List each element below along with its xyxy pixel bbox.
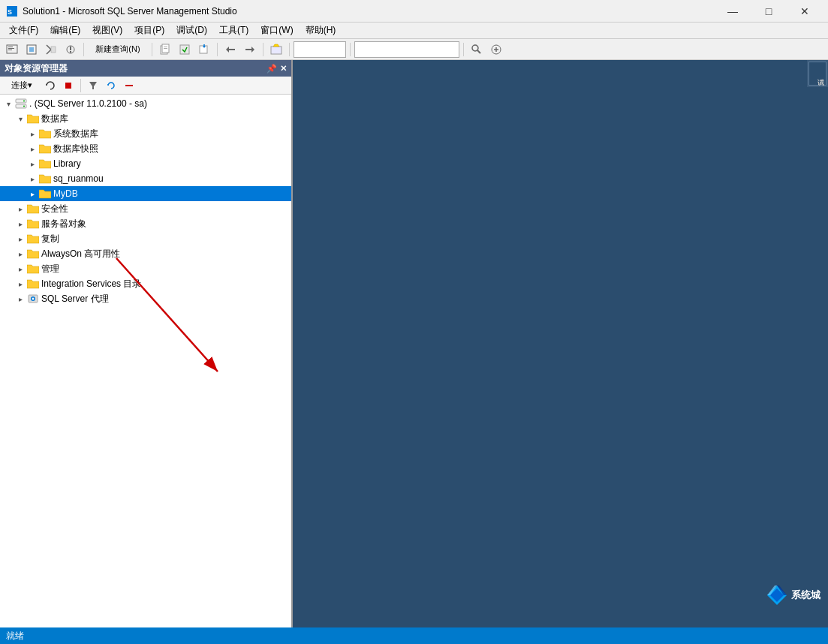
toolbar-btn-12[interactable] [487, 41, 505, 58]
server-icon [15, 98, 27, 110]
status-bar: 就绪 [0, 627, 828, 644]
menu-edit[interactable]: 编辑(E) [44, 23, 86, 38]
stop-button[interactable] [60, 78, 77, 93]
tree-sys-db[interactable]: ▸ 系统数据库 [0, 126, 291, 141]
tree-integration[interactable]: ▸ Integration Services 目录 [0, 276, 291, 291]
toolbar-input-2[interactable] [354, 41, 459, 58]
svg-marker-39 [39, 160, 51, 168]
server-node[interactable]: ▾ . (SQL Server 11.0.2100 - sa) [0, 96, 291, 111]
panel-header: 对象资源管理器 📌 ✕ [0, 60, 291, 77]
tree-alwayson[interactable]: ▸ AlwaysOn 高可用性 [0, 246, 291, 261]
svg-rect-10 [70, 47, 71, 50]
expand-server-obj[interactable]: ▸ [15, 218, 26, 229]
collapse-button[interactable] [121, 78, 137, 93]
filter-button[interactable] [85, 78, 101, 93]
toolbar-btn-8[interactable] [221, 41, 239, 58]
tree-sql-agent[interactable]: ▸ SQL Server 代理 [0, 291, 291, 306]
expand-security[interactable]: ▸ [15, 203, 26, 214]
expand-sq[interactable]: ▸ [27, 173, 38, 184]
pin-icon[interactable]: 📌 [266, 64, 277, 74]
svg-marker-37 [39, 130, 51, 138]
svg-rect-8 [51, 47, 56, 53]
tree-sq-ruanmou[interactable]: ▸ sq_ruanmou [0, 171, 291, 186]
menu-project[interactable]: 项目(P) [128, 23, 170, 38]
expand-management[interactable]: ▸ [15, 263, 26, 274]
close-panel-icon[interactable]: ✕ [280, 64, 287, 74]
menu-file[interactable]: 文件(F) [3, 23, 44, 38]
tree-databases[interactable]: ▾ 数据库 [0, 111, 291, 126]
close-button[interactable]: ✕ [787, 0, 822, 23]
toolbar-input-1[interactable] [294, 41, 346, 58]
toolbar-btn-6[interactable] [176, 41, 194, 58]
folder-sq-icon [39, 173, 51, 184]
mydb-label: MyDB [53, 188, 78, 199]
menu-tools[interactable]: 工具(T) [213, 23, 254, 38]
svg-marker-43 [27, 220, 39, 228]
folder-security-icon [27, 203, 39, 214]
toolbar-btn-11[interactable] [468, 41, 486, 58]
toolbar-sep-4 [263, 43, 263, 56]
menu-view[interactable]: 视图(V) [86, 23, 128, 38]
tree-server-obj[interactable]: ▸ 服务器对象 [0, 216, 291, 231]
svg-marker-36 [27, 115, 39, 123]
svg-rect-20 [271, 47, 282, 54]
expand-databases[interactable]: ▾ [15, 113, 26, 124]
svg-rect-31 [125, 85, 133, 86]
expand-replication[interactable]: ▸ [15, 233, 26, 244]
toolbar-btn-3[interactable] [42, 41, 60, 58]
window-controls: — □ ✕ [715, 0, 822, 23]
tree-security[interactable]: ▸ 安全性 [0, 201, 291, 216]
menu-help[interactable]: 帮助(H) [300, 23, 342, 38]
menu-debug[interactable]: 调试(D) [170, 23, 213, 38]
toolbar-btn-9[interactable] [241, 41, 259, 58]
tree-mydb[interactable]: ▸ MyDB [0, 186, 291, 201]
tree-library[interactable]: ▸ Library [0, 156, 291, 171]
new-query-button[interactable]: 新建查询(N) [88, 41, 148, 58]
expand-snapshot[interactable]: ▸ [27, 143, 38, 154]
toolbar-btn-4[interactable] [62, 41, 80, 58]
svg-marker-40 [39, 175, 51, 183]
svg-point-22 [472, 45, 478, 51]
expand-integration[interactable]: ▸ [15, 278, 26, 289]
tree-container[interactable]: ▾ . (SQL Server 11.0.2100 - sa) ▾ [0, 95, 291, 627]
menu-window[interactable]: 窗口(W) [254, 23, 299, 38]
tree-management[interactable]: ▸ 管理 [0, 261, 291, 276]
databases-label: 数据库 [41, 113, 68, 125]
toolbar-sep-2 [152, 43, 152, 56]
panel-sep-1 [80, 79, 81, 92]
svg-marker-46 [27, 265, 39, 273]
refresh-tree-button[interactable] [103, 78, 119, 93]
svg-rect-5 [8, 50, 12, 50]
toolbar-btn-2[interactable] [23, 41, 41, 58]
svg-marker-47 [27, 280, 39, 288]
tree-replication[interactable]: ▸ 复制 [0, 231, 291, 246]
svg-rect-4 [8, 48, 14, 49]
folder-snapshot-icon [39, 143, 51, 154]
maximize-button[interactable]: □ [751, 0, 786, 23]
svg-rect-3 [8, 47, 13, 47]
expand-sys-db[interactable]: ▸ [27, 128, 38, 139]
toolbar-btn-10[interactable] [267, 41, 285, 58]
toolbar-btn-7[interactable] [195, 41, 213, 58]
expand-library[interactable]: ▸ [27, 158, 38, 169]
side-icon-panel: 调试 [807, 60, 828, 87]
refresh-button[interactable] [42, 78, 59, 93]
toolbar-btn-1[interactable] [3, 41, 21, 58]
expand-server[interactable]: ▾ [3, 98, 14, 109]
tree-db-snapshot[interactable]: ▸ 数据库快照 [0, 141, 291, 156]
side-btn-sql[interactable]: 调试 [808, 62, 826, 86]
expand-sql-agent[interactable]: ▸ [15, 293, 26, 304]
svg-rect-11 [70, 51, 71, 53]
connect-button[interactable]: 连接▾ [3, 78, 41, 93]
library-label: Library [53, 158, 81, 169]
svg-marker-38 [39, 145, 51, 153]
panel-header-controls: 📌 ✕ [266, 64, 287, 74]
snapshot-label: 数据库快照 [53, 143, 98, 155]
svg-rect-7 [29, 47, 34, 52]
toolbar-btn-5[interactable] [156, 41, 174, 58]
expand-alwayson[interactable]: ▸ [15, 248, 26, 259]
sysdb-label: 系统数据库 [53, 128, 98, 140]
svg-marker-42 [27, 205, 39, 213]
minimize-button[interactable]: — [715, 0, 750, 23]
expand-mydb[interactable]: ▸ [27, 188, 38, 199]
